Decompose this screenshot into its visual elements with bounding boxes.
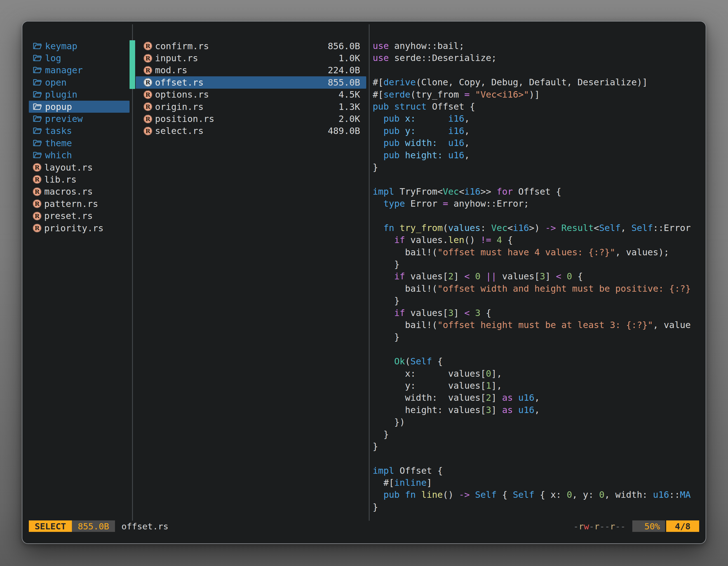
code-line: if values.len() != 4 {	[373, 234, 691, 246]
code-line: #[derive(Clone, Copy, Debug, Default, De…	[373, 76, 691, 88]
code-line: pub y: i16,	[373, 125, 691, 137]
scroll-percent-badge: 50%	[632, 520, 665, 532]
file-item-macros-rs[interactable]: R macros.rs	[29, 186, 130, 198]
file-item-input-rs[interactable]: R input.rs 1.0K	[136, 52, 366, 64]
item-label: position.rs	[155, 114, 336, 124]
item-label: popup	[45, 102, 130, 112]
file-item-select-rs[interactable]: R select.rs 489.0B	[136, 125, 366, 137]
file-size-badge: 855.0B	[72, 520, 115, 532]
rust-file-icon: R	[33, 175, 41, 184]
code-line: }	[373, 440, 691, 452]
folder-item-keymap[interactable]: keymap	[29, 40, 130, 52]
item-label: priority.rs	[44, 223, 130, 234]
file-item-pattern-rs[interactable]: R pattern.rs	[29, 198, 130, 210]
code-line: pub width: u16,	[373, 137, 691, 149]
file-item-options-rs[interactable]: R options.rs 4.5K	[136, 89, 366, 101]
open-folder-icon	[33, 103, 42, 111]
item-label: preview	[45, 114, 130, 124]
folder-item-log[interactable]: log	[29, 52, 130, 64]
rust-file-icon: R	[144, 90, 152, 99]
item-label: origin.rs	[155, 102, 336, 112]
item-label: layout.rs	[44, 162, 130, 173]
code-line: pub x: i16,	[373, 113, 691, 125]
rust-file-icon: R	[144, 78, 152, 87]
status-filename: offset.rs	[121, 520, 168, 532]
code-line: pub height: u16,	[373, 149, 691, 161]
open-folder-icon	[33, 115, 42, 123]
code-line	[373, 64, 691, 76]
item-label: keymap	[45, 41, 130, 51]
rust-file-icon: R	[144, 66, 152, 75]
item-label: offset.rs	[155, 77, 325, 88]
item-label: which	[45, 150, 130, 161]
code-line: }	[373, 295, 691, 307]
folder-item-manager[interactable]: manager	[29, 64, 130, 76]
folder-item-preview[interactable]: preview	[29, 113, 130, 125]
item-label: confirm.rs	[155, 41, 325, 51]
code-line: bail!("offset width and height must be p…	[373, 283, 691, 295]
open-folder-icon	[33, 139, 42, 147]
file-item-layout-rs[interactable]: R layout.rs	[29, 161, 130, 173]
folder-item-tasks[interactable]: tasks	[29, 125, 130, 137]
folder-item-open[interactable]: open	[29, 76, 130, 88]
code-line: }	[373, 501, 691, 513]
selected-file-item-offset-rs[interactable]: R offset.rs 855.0B	[136, 76, 366, 88]
rust-file-icon: R	[33, 187, 41, 196]
file-preview-pane[interactable]: use anyhow::bail;use serde::Deserialize;…	[373, 40, 691, 513]
code-line	[373, 210, 691, 222]
parent-directory-pane: keymap log manager open	[29, 40, 130, 234]
rust-file-icon: R	[144, 54, 152, 63]
item-label: preset.rs	[44, 211, 130, 221]
code-line: x: values[0],	[373, 368, 691, 380]
file-item-lib-rs[interactable]: R lib.rs	[29, 173, 130, 186]
file-item-position-rs[interactable]: R position.rs 2.0K	[136, 113, 366, 125]
file-size: 1.3K	[339, 102, 360, 112]
code-line: if values[2] < 0 || values[3] < 0 {	[373, 271, 691, 283]
code-line: bail!("offset height must be at least 3:…	[373, 319, 691, 331]
rust-file-icon: R	[144, 42, 152, 50]
code-line	[373, 452, 691, 464]
code-line: })	[373, 416, 691, 428]
item-label: options.rs	[155, 89, 336, 100]
file-item-preset-rs[interactable]: R preset.rs	[29, 210, 130, 222]
folder-item-theme[interactable]: theme	[29, 137, 130, 149]
rust-file-icon: R	[144, 102, 152, 111]
rust-file-icon: R	[33, 200, 41, 208]
scrollbar-thumb[interactable]	[130, 40, 135, 89]
cursor-position-badge: 4/8	[666, 520, 699, 532]
file-item-mod-rs[interactable]: R mod.rs 224.0B	[136, 64, 366, 76]
open-folder-icon	[33, 42, 42, 50]
open-folder-icon	[33, 90, 42, 99]
open-folder-icon	[33, 151, 42, 159]
open-folder-icon	[33, 78, 42, 87]
code-line: impl Offset {	[373, 465, 691, 477]
code-line: height: values[3] as u16,	[373, 404, 691, 416]
code-line: fn try_from(values: Vec<i16>) -> Result<…	[373, 222, 691, 234]
file-size: 224.0B	[328, 65, 360, 76]
selected-folder-item-popup[interactable]: popup	[29, 101, 130, 113]
code-line: pub fn line() -> Self { Self { x: 0, y: …	[373, 489, 691, 501]
code-line: impl TryFrom<Vec<i16>> for Offset {	[373, 186, 691, 198]
code-line: y: values[1],	[373, 380, 691, 392]
status-bar-right: -rw-r--r-- 50% 4/8	[573, 520, 699, 532]
code-line	[373, 343, 691, 355]
rust-file-icon: R	[33, 224, 41, 233]
file-item-priority-rs[interactable]: R priority.rs	[29, 222, 130, 234]
file-size: 489.0B	[328, 126, 360, 136]
file-item-origin-rs[interactable]: R origin.rs 1.3K	[136, 101, 366, 113]
file-size: 1.0K	[339, 53, 360, 64]
pane-divider	[369, 24, 370, 521]
code-line: width: values[2] as u16,	[373, 392, 691, 404]
item-label: plugin	[45, 89, 130, 100]
code-line: type Error = anyhow::Error;	[373, 198, 691, 210]
open-folder-icon	[33, 54, 42, 62]
file-size: 2.0K	[339, 114, 360, 124]
code-line: use serde::Deserialize;	[373, 52, 691, 64]
file-size: 856.0B	[328, 41, 360, 51]
folder-item-which[interactable]: which	[29, 149, 130, 161]
code-line: #[inline]	[373, 477, 691, 489]
file-item-confirm-rs[interactable]: R confirm.rs 856.0B	[136, 40, 366, 52]
file-size: 4.5K	[339, 89, 360, 100]
file-size: 855.0B	[328, 77, 360, 88]
folder-item-plugin[interactable]: plugin	[29, 89, 130, 101]
